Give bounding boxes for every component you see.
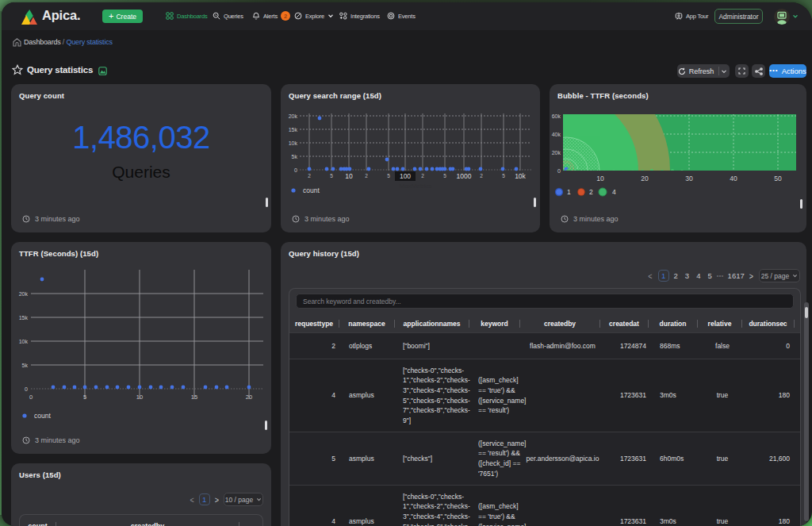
svg-text:5: 5 <box>83 394 86 401</box>
svg-text:0: 0 <box>25 386 28 392</box>
svg-text:2: 2 <box>365 173 368 179</box>
svg-text:4: 4 <box>612 188 616 196</box>
svg-text:1: 1 <box>567 188 571 196</box>
svg-text:5k: 5k <box>292 154 298 159</box>
svg-text:5: 5 <box>443 173 446 179</box>
svg-text:50: 50 <box>774 175 782 182</box>
svg-text:20k: 20k <box>19 291 29 297</box>
svg-text:100: 100 <box>400 172 411 180</box>
svg-text:0: 0 <box>557 168 561 174</box>
svg-text:MaxMetrics: MaxMetrics <box>400 182 432 190</box>
svg-text:2: 2 <box>589 188 593 196</box>
svg-text:5k: 5k <box>22 363 29 368</box>
svg-text:0: 0 <box>294 167 297 173</box>
svg-text:40k: 40k <box>552 132 561 137</box>
svg-text:30: 30 <box>685 175 693 182</box>
svg-text:10: 10 <box>596 175 604 182</box>
svg-text:5: 5 <box>330 173 333 179</box>
svg-text:2: 2 <box>480 173 483 179</box>
svg-text:10: 10 <box>136 394 143 401</box>
svg-text:20k: 20k <box>289 113 298 119</box>
svg-text:count: count <box>34 412 51 420</box>
svg-text:20: 20 <box>246 394 252 401</box>
svg-text:1000: 1000 <box>457 172 472 180</box>
svg-text:10k: 10k <box>515 172 526 180</box>
svg-text:20: 20 <box>641 175 649 182</box>
svg-text:2: 2 <box>308 173 311 179</box>
svg-text:20k: 20k <box>552 150 561 155</box>
svg-text:count: count <box>303 186 320 194</box>
svg-text:15k: 15k <box>19 315 29 321</box>
svg-text:10k: 10k <box>19 339 29 344</box>
svg-text:15k: 15k <box>289 127 298 132</box>
svg-text:0: 0 <box>29 394 33 401</box>
svg-text:2: 2 <box>421 173 424 179</box>
svg-text:10k: 10k <box>289 140 298 146</box>
svg-text:10: 10 <box>345 172 353 180</box>
svg-text:40: 40 <box>730 175 737 182</box>
svg-text:5: 5 <box>387 173 390 179</box>
svg-text:60k: 60k <box>552 113 561 119</box>
svg-text:15: 15 <box>191 394 197 401</box>
svg-text:5: 5 <box>502 173 505 179</box>
